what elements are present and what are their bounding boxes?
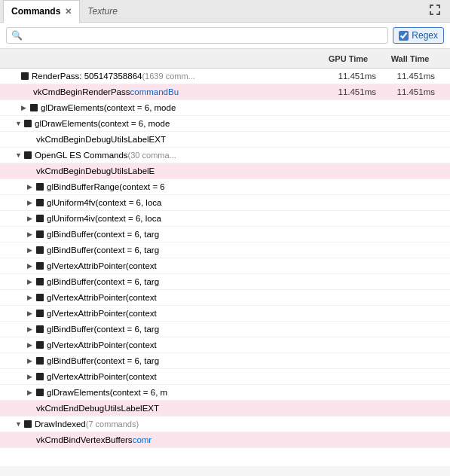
wall-time-value: 11.451ms: [382, 72, 450, 81]
expand-triangle[interactable]: ▶: [27, 246, 36, 254]
table-row[interactable]: ▶glUniform4iv(context = 6, loca: [0, 211, 450, 227]
command-text: glVertexAttribPointer(context: [47, 261, 157, 270]
gpu-time-value: 11.451ms: [314, 72, 382, 81]
command-icon: [36, 183, 44, 191]
table-row[interactable]: vkCmdEndDebugUtilsLabelEXT: [0, 401, 450, 416]
tab-commands[interactable]: Commands ✕: [3, 0, 80, 23]
expand-triangle[interactable]: ▶: [27, 389, 36, 396]
expand-triangle[interactable]: ▶: [27, 357, 36, 365]
table-row[interactable]: ▶glVertexAttribPointer(context: [0, 369, 450, 385]
row-label: ▶glBindBuffer(context = 6, targ: [0, 277, 314, 286]
command-link[interactable]: comr: [133, 435, 152, 444]
table-row[interactable]: ▶glBindBuffer(context = 6, targ: [0, 353, 450, 369]
row-label: RenderPass: 505147358864 (1639 comm...: [0, 72, 314, 81]
command-text: glDrawElements(context = 6, mode: [35, 119, 170, 128]
command-text: glBindBuffer(context = 6, targ: [47, 230, 159, 239]
table-row[interactable]: ▶glUniform4fv(context = 6, loca: [0, 195, 450, 211]
command-text: glBindBuffer(context = 6, targ: [47, 277, 159, 286]
expand-triangle[interactable]: ▶: [27, 341, 36, 349]
svg-rect-5: [430, 11, 431, 15]
row-label: ▶glVertexAttribPointer(context: [0, 309, 314, 318]
tabs-left: Commands ✕ Texture: [3, 0, 125, 23]
expand-triangle[interactable]: ▶: [27, 294, 36, 301]
expand-triangle[interactable]: ▶: [27, 183, 36, 191]
command-icon: [24, 120, 32, 127]
table-row[interactable]: ▼OpenGL ES Commands (30 comma...: [0, 148, 450, 163]
command-extra: (7 commands): [86, 420, 139, 429]
command-text: glVertexAttribPointer(context: [47, 340, 157, 349]
expand-triangle[interactable]: ▶: [27, 262, 36, 270]
tab-commands-close[interactable]: ✕: [65, 7, 72, 17]
command-icon: [36, 215, 44, 222]
table-row[interactable]: vkCmdBeginDebugUtilsLabelE: [0, 163, 450, 179]
command-text: glVertexAttribPointer(context: [47, 309, 157, 318]
table-row[interactable]: ▶glBindBuffer(context = 6, targ: [0, 243, 450, 258]
command-text: glDrawElements(context = 6, m: [47, 388, 167, 397]
table-row[interactable]: ▶glBindBuffer(context = 6, targ: [0, 227, 450, 243]
command-extra: (30 comma...: [128, 151, 176, 160]
tab-bar: Commands ✕ Texture: [0, 0, 450, 23]
table-row[interactable]: ▶glVertexAttribPointer(context: [0, 306, 450, 322]
col-gpu-header[interactable]: GPU Time: [314, 54, 382, 63]
row-label: ▼DrawIndexed (7 commands): [0, 420, 314, 429]
command-text: vkCmdEndDebugUtilsLabelEXT: [36, 404, 159, 413]
expand-triangle[interactable]: ▼: [15, 151, 24, 159]
row-label: vkCmdBeginRenderPass commandBu: [0, 87, 314, 96]
tree-content[interactable]: RenderPass: 505147358864 (1639 comm...11…: [0, 69, 450, 466]
table-row[interactable]: ▶glDrawElements(context = 6, mode: [0, 100, 450, 116]
table-row[interactable]: vkCmdBeginRenderPass commandBu11.451ms11…: [0, 84, 450, 100]
wall-time-value: 11.451ms: [382, 87, 450, 96]
table-row[interactable]: ▶glBindBuffer(context = 6, targ: [0, 274, 450, 290]
table-row[interactable]: ▶glBindBufferRange(context = 6: [0, 179, 450, 195]
row-label: ▶glBindBuffer(context = 6, targ: [0, 230, 314, 239]
expand-triangle[interactable]: ▶: [27, 230, 36, 238]
table-row[interactable]: ▼glDrawElements(context = 6, mode: [0, 116, 450, 132]
expand-triangle[interactable]: ▶: [21, 104, 30, 111]
col-wall-header[interactable]: Wall Time: [382, 54, 450, 63]
row-label: ▶glBindBuffer(context = 6, targ: [0, 356, 314, 365]
table-row[interactable]: ▶glDrawElements(context = 6, m: [0, 385, 450, 401]
table-row[interactable]: ▶glVertexAttribPointer(context: [0, 290, 450, 306]
command-icon: [36, 389, 44, 396]
row-label: ▶glBindBufferRange(context = 6: [0, 182, 314, 191]
command-link[interactable]: commandBu: [130, 87, 179, 96]
command-text: vkCmdBeginDebugUtilsLabelE: [36, 166, 155, 175]
command-icon: [36, 262, 44, 270]
command-icon: [36, 230, 44, 238]
command-icon: [21, 72, 29, 80]
search-bar: 🔍 Regex: [0, 23, 450, 49]
gpu-time-value: 11.451ms: [314, 87, 382, 96]
table-row[interactable]: vkCmdBeginDebugUtilsLabelEXT: [0, 132, 450, 148]
table-row[interactable]: ▶glBindBuffer(context = 6, targ: [0, 322, 450, 337]
search-input[interactable]: [26, 30, 383, 41]
command-icon: [36, 310, 44, 317]
regex-label: Regex: [412, 30, 438, 41]
table-row[interactable]: ▼DrawIndexed (7 commands): [0, 416, 450, 432]
command-text: glUniform4iv(context = 6, loca: [47, 214, 161, 223]
command-text: vkCmdBindVertexBuffers: [36, 435, 133, 444]
regex-button[interactable]: Regex: [393, 27, 444, 44]
expand-triangle[interactable]: ▶: [27, 215, 36, 222]
table-row[interactable]: ▶glVertexAttribPointer(context: [0, 258, 450, 274]
expand-triangle[interactable]: ▼: [15, 120, 24, 127]
row-label: ▼OpenGL ES Commands (30 comma...: [0, 151, 314, 160]
tab-texture[interactable]: Texture: [80, 0, 125, 23]
row-label: ▶glUniform4iv(context = 6, loca: [0, 214, 314, 223]
svg-rect-7: [439, 11, 440, 15]
expand-triangle[interactable]: ▼: [15, 420, 24, 428]
expand-triangle[interactable]: ▶: [27, 373, 36, 380]
expand-triangle[interactable]: ▶: [27, 310, 36, 317]
row-label: ▶glVertexAttribPointer(context: [0, 372, 314, 381]
row-label: ▶glBindBuffer(context = 6, targ: [0, 246, 314, 255]
expand-triangle[interactable]: ▶: [27, 325, 36, 333]
command-text: glVertexAttribPointer(context: [47, 293, 157, 302]
fullscreen-button[interactable]: [429, 4, 447, 18]
row-label: ▶glBindBuffer(context = 6, targ: [0, 325, 314, 334]
table-row[interactable]: RenderPass: 505147358864 (1639 comm...11…: [0, 69, 450, 84]
regex-checkbox[interactable]: [399, 31, 409, 41]
expand-triangle[interactable]: ▶: [27, 199, 36, 206]
command-extra: (1639 comm...: [142, 72, 194, 81]
expand-triangle[interactable]: ▶: [27, 278, 36, 285]
table-row[interactable]: vkCmdBindVertexBuffers comr: [0, 432, 450, 448]
table-row[interactable]: ▶glVertexAttribPointer(context: [0, 337, 450, 353]
